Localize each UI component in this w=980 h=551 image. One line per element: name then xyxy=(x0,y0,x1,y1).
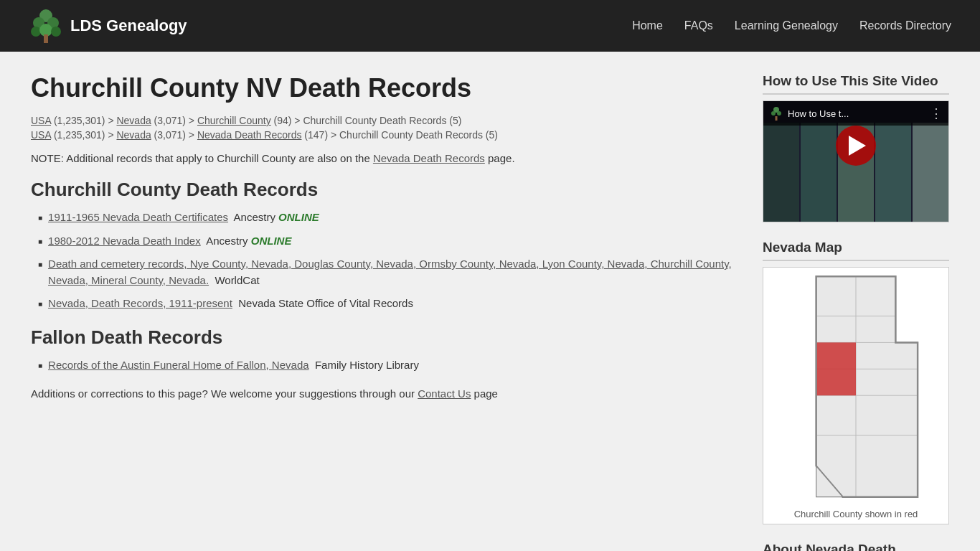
fallon-record-content: Records of the Austin Funeral Home of Fa… xyxy=(48,357,419,374)
sidebar: How to Use This Site Video xyxy=(763,66,949,551)
page-title: Churchill County NV Death Records xyxy=(31,73,741,103)
video-logo-icon xyxy=(769,106,783,121)
main-content: Churchill County NV Death Records USA (1… xyxy=(31,66,741,551)
video-menu-icon[interactable]: ⋮ xyxy=(930,105,943,121)
breadcrumb-2: USA (1,235,301) > Nevada (3,071) > Nevad… xyxy=(31,129,741,141)
breadcrumb-churchill-county[interactable]: Churchill County xyxy=(197,115,271,126)
nevada-map-svg xyxy=(768,272,944,501)
logo-text: LDS Genealogy xyxy=(70,17,187,35)
online-badge-1: ONLINE xyxy=(278,211,319,223)
record-2-content: 1980-2012 Nevada Death Index Ancestry ON… xyxy=(48,233,291,250)
about-section-title: About Nevada Death Records xyxy=(763,542,949,551)
svg-rect-18 xyxy=(816,342,856,395)
video-section: How to Use This Site Video xyxy=(763,73,949,222)
note-text: NOTE: Additional records that apply to C… xyxy=(31,152,741,164)
breadcrumb-nevada-2[interactable]: Nevada xyxy=(116,129,151,141)
record-2-link[interactable]: 1980-2012 Nevada Death Index xyxy=(48,235,201,247)
record-1-content: 1911-1965 Nevada Death Certificates Ance… xyxy=(48,209,319,226)
list-item: Nevada, Death Records, 1911-present Neva… xyxy=(38,296,741,312)
nevada-map: Churchill County shown in red xyxy=(763,267,949,524)
map-caption: Churchill County shown in red xyxy=(768,509,944,519)
breadcrumb-usa-2[interactable]: USA xyxy=(31,129,51,141)
main-nav: Home FAQs Learning Genealogy Records Dir… xyxy=(632,19,951,32)
tree-logo-icon xyxy=(29,9,63,43)
video-title-text: How to Use t... xyxy=(783,108,930,119)
svg-point-5 xyxy=(51,27,61,37)
nav-home[interactable]: Home xyxy=(632,19,663,32)
corrections-text: Additions or corrections to this page? W… xyxy=(31,387,741,400)
content-area: Churchill County NV Death Records USA (1… xyxy=(31,66,949,551)
svg-rect-10 xyxy=(776,116,778,121)
logo-area[interactable]: LDS Genealogy xyxy=(29,9,187,43)
contact-us-link[interactable]: Contact Us xyxy=(418,387,471,400)
online-badge-2: ONLINE xyxy=(251,235,292,247)
record-4-link[interactable]: Nevada, Death Records, 1911-present xyxy=(48,297,232,309)
record-3-content: Death and cemetery records, Nye County, … xyxy=(48,256,741,288)
section-title-2: Fallon Death Records xyxy=(31,326,741,349)
svg-point-3 xyxy=(31,27,41,37)
breadcrumb-nevada-death-records[interactable]: Nevada Death Records xyxy=(197,129,302,141)
video-middle xyxy=(763,126,948,166)
list-item: Death and cemetery records, Nye County, … xyxy=(38,256,741,288)
fallon-record-link[interactable]: Records of the Austin Funeral Home of Fa… xyxy=(48,359,309,371)
play-button[interactable] xyxy=(836,126,876,166)
svg-point-9 xyxy=(777,111,781,116)
svg-point-8 xyxy=(771,111,776,116)
list-item: Records of the Austin Funeral Home of Fa… xyxy=(38,357,741,374)
breadcrumb-nevada-1[interactable]: Nevada xyxy=(116,115,151,126)
fallon-records-list: Records of the Austin Funeral Home of Fa… xyxy=(31,357,741,374)
play-triangle-icon xyxy=(849,136,866,156)
video-thumbnail[interactable]: How to Use t... ⋮ xyxy=(763,100,949,222)
about-section: About Nevada Death Records Some Nevada c… xyxy=(763,542,949,551)
video-top-bar: How to Use t... ⋮ xyxy=(763,101,948,126)
breadcrumb-usa-1[interactable]: USA xyxy=(31,115,51,126)
map-section: Nevada Map xyxy=(763,240,949,524)
record-3-link[interactable]: Death and cemetery records, Nye County, … xyxy=(48,258,732,286)
site-header: LDS Genealogy Home FAQs Learning Genealo… xyxy=(0,0,980,52)
record-1-link[interactable]: 1911-1965 Nevada Death Certificates xyxy=(48,211,228,223)
records-list: ■ 1911-1965 Nevada Death Certificates An… xyxy=(31,209,741,312)
nevada-death-records-link[interactable]: Nevada Death Records xyxy=(373,152,485,164)
video-overlay: How to Use t... ⋮ xyxy=(763,101,948,166)
breadcrumb-1: USA (1,235,301) > Nevada (3,071) > Churc… xyxy=(31,115,741,126)
record-4-content: Nevada, Death Records, 1911-present Neva… xyxy=(48,296,413,312)
list-item: ■ 1911-1965 Nevada Death Certificates An… xyxy=(38,209,741,226)
nav-learning-genealogy[interactable]: Learning Genealogy xyxy=(735,19,838,32)
video-section-title: How to Use This Site Video xyxy=(763,73,949,95)
svg-rect-6 xyxy=(44,34,48,43)
nav-faqs[interactable]: FAQs xyxy=(684,19,713,32)
map-section-title: Nevada Map xyxy=(763,240,949,261)
list-item: 1980-2012 Nevada Death Index Ancestry ON… xyxy=(38,233,741,250)
nav-records-directory[interactable]: Records Directory xyxy=(859,19,951,32)
page-wrapper: Churchill County NV Death Records USA (1… xyxy=(0,52,980,551)
section-title-1: Churchill County Death Records xyxy=(31,179,741,201)
